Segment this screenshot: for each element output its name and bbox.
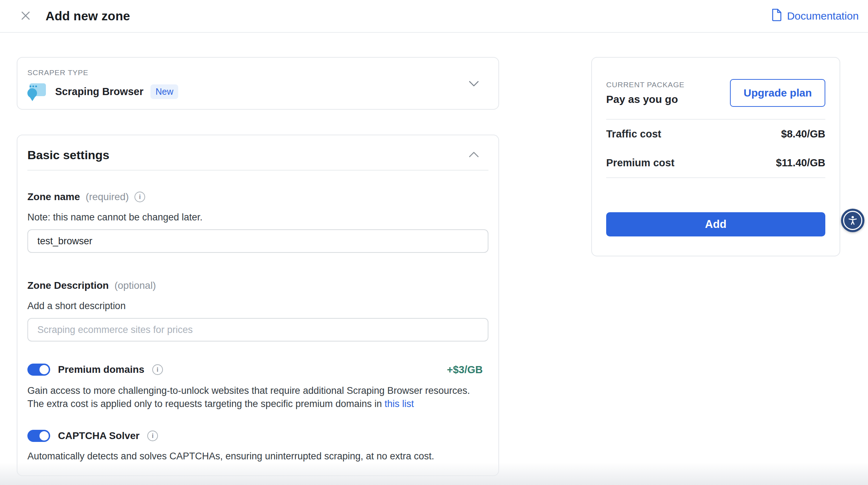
package-info: CURRENT PACKAGE Pay as you go [606, 80, 684, 105]
page-title: Add new zone [46, 9, 130, 23]
captcha-solver-label: CAPTCHA Solver [58, 430, 139, 442]
accessibility-icon [843, 211, 862, 230]
close-icon [20, 10, 32, 23]
premium-cost-label: Premium cost [606, 157, 674, 169]
chevron-up-icon[interactable] [469, 151, 479, 159]
info-icon[interactable]: i [147, 431, 158, 441]
scraper-type-value: Scraping Browser [55, 86, 143, 98]
captcha-solver-row: CAPTCHA Solver i [27, 430, 488, 442]
zone-description-label: Zone Description [27, 280, 109, 291]
premium-cost-value: $11.40/GB [776, 157, 825, 169]
zone-description-input[interactable] [27, 318, 488, 341]
document-icon [771, 9, 782, 24]
captcha-solver-toggle[interactable] [27, 430, 50, 442]
scraping-browser-icon [27, 83, 46, 100]
zone-name-label: Zone name [27, 191, 80, 203]
upgrade-plan-button[interactable]: Upgrade plan [730, 79, 825, 107]
new-badge: New [150, 84, 178, 99]
basic-settings-title: Basic settings [27, 148, 110, 162]
traffic-cost-label: Traffic cost [606, 128, 661, 140]
zone-description-note: Add a short description [27, 301, 488, 312]
premium-domains-price: +$3/GB [447, 364, 483, 376]
header: Add new zone Documentation [0, 0, 868, 33]
close-button[interactable] [18, 8, 33, 24]
traffic-cost-row: Traffic cost $8.40/GB [606, 120, 825, 148]
traffic-cost-value: $8.40/GB [781, 128, 825, 140]
package-divider [606, 177, 825, 178]
zone-name-note: Note: this name cannot be changed later. [27, 212, 488, 223]
this-list-link[interactable]: this list [385, 398, 414, 409]
add-button[interactable]: Add [606, 212, 825, 236]
premium-domains-row: Premium domains i +$3/GB [27, 364, 488, 376]
captcha-solver-description: Automatically detects and solves CAPTCHA… [27, 450, 483, 463]
premium-domains-label: Premium domains [58, 364, 144, 375]
zone-description-field: Zone Description (optional) Add a short … [27, 280, 488, 341]
premium-domains-description: Gain access to more challenging-to-unloc… [27, 384, 483, 411]
zone-name-input[interactable] [27, 229, 488, 253]
package-name: Pay as you go [606, 93, 684, 105]
basic-settings-card: Basic settings Zone name (required) i No… [17, 135, 499, 476]
info-icon[interactable]: i [134, 192, 145, 202]
info-icon[interactable]: i [152, 364, 163, 375]
scraper-type-label: SCRAPER TYPE [27, 68, 488, 77]
current-package-label: CURRENT PACKAGE [606, 80, 684, 89]
accessibility-widget-button[interactable] [841, 209, 864, 232]
documentation-label: Documentation [787, 10, 859, 22]
current-package-card: CURRENT PACKAGE Pay as you go Upgrade pl… [591, 57, 840, 256]
scraper-type-select[interactable]: SCRAPER TYPE Scraping Browser New [17, 57, 499, 110]
section-divider [27, 170, 488, 171]
zone-description-optional-hint: (optional) [115, 280, 156, 291]
basic-settings-header[interactable]: Basic settings [27, 148, 488, 162]
zone-name-required-hint: (required) [86, 191, 129, 203]
documentation-link[interactable]: Documentation [771, 9, 859, 24]
zone-name-field: Zone name (required) i Note: this name c… [27, 191, 488, 253]
premium-domains-toggle[interactable] [27, 364, 50, 376]
scraper-type-value-row: Scraping Browser New [27, 83, 488, 100]
premium-cost-row: Premium cost $11.40/GB [606, 148, 825, 177]
chevron-down-icon [469, 80, 479, 87]
